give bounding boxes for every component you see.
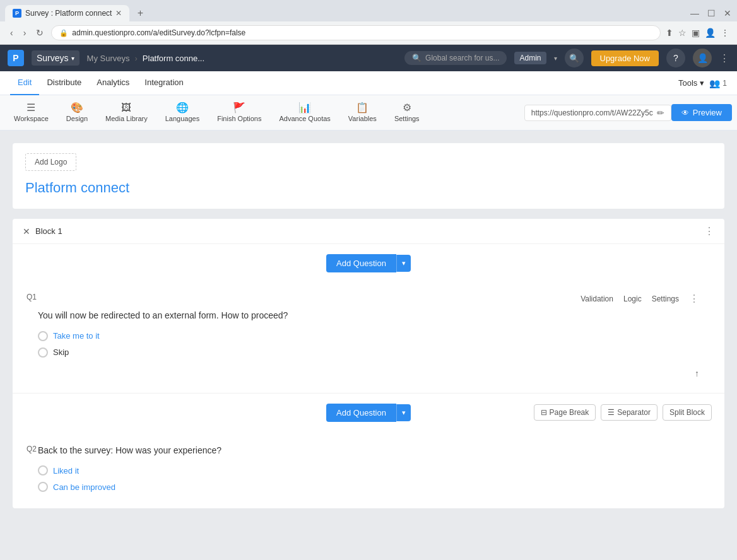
tools-chevron-icon: ▾ <box>700 78 704 88</box>
q1-option-2-radio[interactable] <box>38 347 48 358</box>
add-question-dropdown-top[interactable]: ▾ <box>396 255 411 272</box>
q2-option-1-radio[interactable] <box>38 465 48 475</box>
surveys-menu-btn[interactable]: Surveys ▾ <box>32 50 80 66</box>
sidebar-toggle-icon[interactable]: ▣ <box>692 28 700 38</box>
preview-url-text: https://questionpro.com/t/AW22Zy5c <box>531 108 653 117</box>
toolbar-variables[interactable]: 📋 Variables <box>339 95 386 131</box>
maximize-btn[interactable]: ☐ <box>707 9 716 18</box>
languages-icon: 🌐 <box>176 102 189 114</box>
team-count: 1 <box>722 79 727 88</box>
bottom-actions: ⊟ Page Break ☰ Separator Split Block <box>534 404 712 421</box>
forward-btn[interactable]: › <box>21 25 29 40</box>
media-library-label: Media Library <box>105 115 148 122</box>
surveys-chevron-icon: ▾ <box>71 55 74 62</box>
add-question-group-top: Add Question ▾ <box>326 254 411 272</box>
page-break-button[interactable]: ⊟ Page Break <box>534 404 596 421</box>
nav-edit[interactable]: Edit <box>10 71 39 95</box>
variables-label: Variables <box>348 115 377 122</box>
address-actions: ⬆ ☆ ▣ 👤 ⋮ <box>666 28 729 38</box>
question-1-container: Q1 Validation Logic Settings ⋮ You will … <box>13 283 724 393</box>
q1-option-2-row: Skip <box>38 347 712 358</box>
tools-dropdown-btn[interactable]: Tools ▾ <box>673 78 709 88</box>
q1-more-icon[interactable]: ⋮ <box>689 293 699 305</box>
user-menu-button[interactable]: 👤 <box>693 49 712 67</box>
separator-label: Separator <box>617 408 651 417</box>
minimize-btn[interactable]: — <box>690 9 699 18</box>
q1-option-1-radio[interactable] <box>38 331 48 341</box>
workspace-icon: ☰ <box>27 102 35 114</box>
admin-badge[interactable]: Admin <box>514 52 546 64</box>
active-tab[interactable]: P Survey : Platform connect ✕ <box>5 5 129 21</box>
question-2-container: Q2 Back to the survey: How was your expe… <box>13 432 724 509</box>
q1-logic-btn[interactable]: Logic <box>623 295 642 303</box>
split-block-button[interactable]: Split Block <box>663 404 712 421</box>
lock-icon: 🔒 <box>59 29 68 37</box>
q1-number: Q1 <box>18 293 37 301</box>
toolbar-finish-options[interactable]: 🚩 Finish Options <box>208 95 270 131</box>
add-question-group-bottom: Add Question ▾ <box>326 404 411 422</box>
navbar-more-icon[interactable]: ⋮ <box>719 52 729 64</box>
search-circle-btn[interactable]: 🔍 <box>565 49 584 67</box>
nav-analytics[interactable]: Analytics <box>89 71 137 95</box>
global-search[interactable]: 🔍 Global search for us... <box>404 51 507 65</box>
q1-validation-btn[interactable]: Validation <box>581 295 613 303</box>
new-tab-button[interactable]: + <box>132 5 148 21</box>
admin-chevron-icon[interactable]: ▾ <box>554 55 557 62</box>
toolbar-design[interactable]: 🎨 Design <box>57 95 97 131</box>
bookmark-icon[interactable]: ☆ <box>678 28 687 38</box>
back-btn[interactable]: ‹ <box>8 25 16 40</box>
finish-options-label: Finish Options <box>217 115 261 122</box>
toolbar-media-library[interactable]: 🖼 Media Library <box>97 95 156 131</box>
toolbar: ☰ Workspace 🎨 Design 🖼 Media Library 🌐 L… <box>0 95 737 131</box>
q2-option-2-row: Can be improved <box>38 482 712 492</box>
team-indicator[interactable]: 👥 1 <box>709 78 727 88</box>
my-surveys-link[interactable]: My Surveys <box>87 54 130 63</box>
q2-option-2-radio[interactable] <box>38 482 48 492</box>
add-question-dropdown-bottom[interactable]: ▾ <box>396 404 411 421</box>
variables-icon: 📋 <box>356 102 369 114</box>
block-more-icon[interactable]: ⋮ <box>704 225 714 237</box>
nav-integration[interactable]: Integration <box>137 71 191 95</box>
block-collapse-btn[interactable]: ✕ <box>23 226 30 236</box>
share-icon[interactable]: ⬆ <box>666 28 673 38</box>
q1-option-2-text: Skip <box>53 347 69 357</box>
toolbar-workspace[interactable]: ☰ Workspace <box>5 95 57 131</box>
q2-option-1-text: Liked it <box>53 466 79 475</box>
help-button[interactable]: ? <box>666 49 685 67</box>
url-bar[interactable]: 🔒 admin.questionpro.com/a/editSurvey.do?… <box>51 25 661 40</box>
window-controls: — ☐ ✕ <box>690 9 732 18</box>
reload-btn[interactable]: ↻ <box>33 25 46 40</box>
add-question-button-bottom[interactable]: Add Question <box>326 404 396 422</box>
q1-option-1-row: Take me to it <box>38 331 712 341</box>
more-options-icon[interactable]: ⋮ <box>721 28 729 38</box>
toolbar-settings[interactable]: ⚙ Settings <box>386 95 428 131</box>
add-logo-button[interactable]: Add Logo <box>25 153 76 171</box>
profile-icon[interactable]: 👤 <box>705 28 716 38</box>
tab-title: Survey : Platform connect <box>25 9 112 18</box>
separator-button[interactable]: ☰ Separator <box>601 404 657 421</box>
toolbar-advance-quotas[interactable]: 📊 Advance Quotas <box>270 95 339 131</box>
q1-text: You will now be redirected to an externa… <box>38 310 712 322</box>
nav-distribute[interactable]: Distribute <box>39 71 89 95</box>
preview-eye-icon: 👁 <box>681 108 689 117</box>
breadcrumb-current: Platform conne... <box>143 54 204 63</box>
add-question-button-top[interactable]: Add Question <box>326 254 396 272</box>
toolbar-languages[interactable]: 🌐 Languages <box>156 95 208 131</box>
q1-option-1-text: Take me to it <box>53 331 100 341</box>
preview-button[interactable]: 👁 Preview <box>671 104 732 121</box>
search-icon: 🔍 <box>412 54 422 62</box>
advance-quotas-label: Advance Quotas <box>279 115 330 122</box>
edit-url-icon[interactable]: ✏ <box>657 108 664 118</box>
finish-options-icon: 🚩 <box>233 102 245 114</box>
q2-option-1-row: Liked it <box>38 465 712 475</box>
close-btn[interactable]: ✕ <box>723 9 732 18</box>
tab-close-btn[interactable]: ✕ <box>115 9 122 18</box>
app-logo: P <box>8 50 24 66</box>
cursor-position-indicator: ↑ <box>695 368 699 378</box>
survey-title: Platform connect <box>25 180 712 196</box>
q1-settings-btn[interactable]: Settings <box>652 295 679 303</box>
upgrade-now-button[interactable]: Upgrade Now <box>591 50 659 66</box>
advance-quotas-icon: 📊 <box>298 102 311 114</box>
design-label: Design <box>66 115 88 122</box>
team-icon: 👥 <box>709 78 720 88</box>
